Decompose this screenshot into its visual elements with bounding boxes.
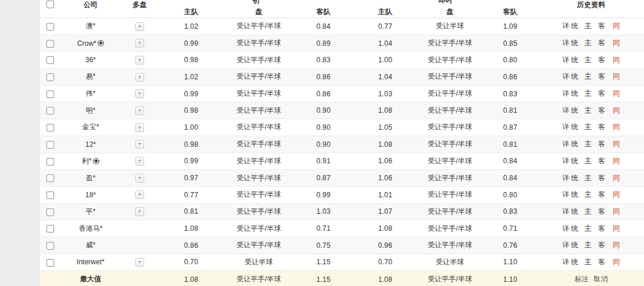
history-detail-link[interactable]: 详 — [562, 106, 569, 116]
history-stats-link[interactable]: 统 — [571, 72, 578, 82]
history-away-link[interactable]: 客 — [598, 173, 605, 183]
history-same-link[interactable]: 同 — [613, 38, 620, 48]
history-detail-link[interactable]: 详 — [562, 122, 569, 132]
history-away-link[interactable]: 客 — [598, 55, 605, 65]
history-away-link[interactable]: 客 — [598, 139, 605, 149]
history-stats-link[interactable]: 统 — [571, 55, 578, 65]
multi-add-button[interactable]: + — [135, 157, 144, 166]
history-same-link[interactable]: 同 — [613, 122, 620, 132]
history-detail-link[interactable]: 详 — [562, 257, 569, 267]
row-checkbox[interactable] — [46, 107, 54, 115]
history-away-link[interactable]: 客 — [598, 207, 605, 217]
history-detail-link[interactable]: 详 — [562, 72, 569, 82]
history-detail-link[interactable]: 详 — [562, 21, 569, 31]
history-detail-link[interactable]: 详 — [562, 139, 569, 149]
history-home-link[interactable]: 主 — [585, 89, 592, 99]
history-stats-link[interactable]: 统 — [571, 89, 578, 99]
multi-add-button[interactable]: + — [135, 174, 144, 183]
multi-add-button[interactable]: + — [135, 22, 144, 31]
row-checkbox[interactable] — [46, 174, 54, 182]
history-stats-link[interactable]: 统 — [571, 173, 578, 183]
row-checkbox[interactable] — [46, 90, 54, 98]
multi-add-button[interactable]: + — [135, 190, 144, 199]
history-detail-link[interactable]: 详 — [562, 156, 569, 166]
history-home-link[interactable]: 主 — [585, 156, 592, 166]
history-away-link[interactable]: 客 — [598, 72, 605, 82]
history-same-link[interactable]: 同 — [613, 55, 620, 65]
row-checkbox[interactable] — [46, 191, 54, 199]
row-checkbox[interactable] — [46, 23, 54, 31]
history-away-link[interactable]: 客 — [598, 106, 605, 116]
history-home-link[interactable]: 主 — [585, 240, 592, 250]
multi-add-button[interactable]: + — [135, 73, 144, 82]
history-home-link[interactable]: 主 — [585, 106, 592, 116]
row-checkbox[interactable] — [46, 242, 54, 250]
row-checkbox[interactable] — [46, 40, 54, 48]
history-stats-link[interactable]: 统 — [571, 106, 578, 116]
history-same-link[interactable]: 同 — [613, 106, 620, 116]
history-detail-link[interactable]: 详 — [562, 38, 569, 48]
history-stats-link[interactable]: 统 — [571, 156, 578, 166]
history-stats-link[interactable]: 统 — [571, 38, 578, 48]
multi-add-button[interactable]: + — [135, 106, 144, 115]
history-away-link[interactable]: 客 — [598, 257, 605, 267]
history-away-link[interactable]: 客 — [598, 38, 605, 48]
history-stats-link[interactable]: 统 — [571, 224, 578, 234]
history-stats-link[interactable]: 统 — [571, 139, 578, 149]
row-checkbox[interactable] — [46, 141, 54, 149]
row-checkbox[interactable] — [46, 56, 54, 64]
history-home-link[interactable]: 主 — [585, 38, 592, 48]
row-checkbox[interactable] — [46, 208, 54, 216]
row-checkbox[interactable] — [46, 73, 54, 81]
history-detail-link[interactable]: 详 — [562, 89, 569, 99]
history-home-link[interactable]: 主 — [585, 190, 592, 200]
history-same-link[interactable]: 同 — [613, 72, 620, 82]
history-away-link[interactable]: 客 — [598, 240, 605, 250]
history-detail-link[interactable]: 详 — [562, 207, 569, 217]
history-same-link[interactable]: 同 — [613, 173, 620, 183]
history-stats-link[interactable]: 统 — [571, 207, 578, 217]
history-same-link[interactable]: 同 — [613, 89, 620, 99]
history-home-link[interactable]: 主 — [585, 173, 592, 183]
row-checkbox[interactable] — [46, 225, 54, 233]
history-home-link[interactable]: 主 — [585, 224, 592, 234]
multi-add-button[interactable]: + — [135, 56, 144, 65]
history-home-link[interactable]: 主 — [585, 72, 592, 82]
history-detail-link[interactable]: 详 — [562, 224, 569, 234]
multi-add-button[interactable]: + — [135, 140, 144, 149]
history-same-link[interactable]: 同 — [613, 224, 620, 234]
multi-add-button[interactable]: + — [135, 123, 144, 132]
multi-add-button[interactable]: + — [135, 89, 144, 98]
history-stats-link[interactable]: 统 — [571, 257, 578, 267]
history-home-link[interactable]: 主 — [585, 257, 592, 267]
mark-link[interactable]: 标注 — [575, 275, 589, 283]
history-detail-link[interactable]: 详 — [562, 190, 569, 200]
history-away-link[interactable]: 客 — [598, 156, 605, 166]
select-all-checkbox[interactable] — [46, 1, 54, 8]
history-away-link[interactable]: 客 — [598, 224, 605, 234]
history-home-link[interactable]: 主 — [585, 21, 592, 31]
history-stats-link[interactable]: 统 — [571, 240, 578, 250]
row-checkbox[interactable] — [46, 124, 54, 132]
history-home-link[interactable]: 主 — [585, 55, 592, 65]
history-detail-link[interactable]: 详 — [562, 55, 569, 65]
history-same-link[interactable]: 同 — [613, 156, 620, 166]
history-same-link[interactable]: 同 — [613, 257, 620, 267]
history-same-link[interactable]: 同 — [613, 190, 620, 200]
history-away-link[interactable]: 客 — [598, 21, 605, 31]
multi-add-button[interactable]: + — [135, 207, 144, 216]
history-away-link[interactable]: 客 — [598, 89, 605, 99]
history-home-link[interactable]: 主 — [585, 122, 592, 132]
history-away-link[interactable]: 客 — [598, 190, 605, 200]
history-stats-link[interactable]: 统 — [571, 21, 578, 31]
history-same-link[interactable]: 同 — [613, 207, 620, 217]
row-checkbox[interactable] — [46, 259, 54, 267]
history-detail-link[interactable]: 详 — [562, 240, 569, 250]
history-same-link[interactable]: 同 — [613, 139, 620, 149]
multi-add-button[interactable]: + — [135, 39, 144, 48]
multi-add-button[interactable]: + — [135, 258, 144, 267]
history-stats-link[interactable]: 统 — [571, 122, 578, 132]
history-home-link[interactable]: 主 — [585, 139, 592, 149]
history-stats-link[interactable]: 统 — [571, 190, 578, 200]
cancel-link[interactable]: 取消 — [593, 275, 608, 283]
